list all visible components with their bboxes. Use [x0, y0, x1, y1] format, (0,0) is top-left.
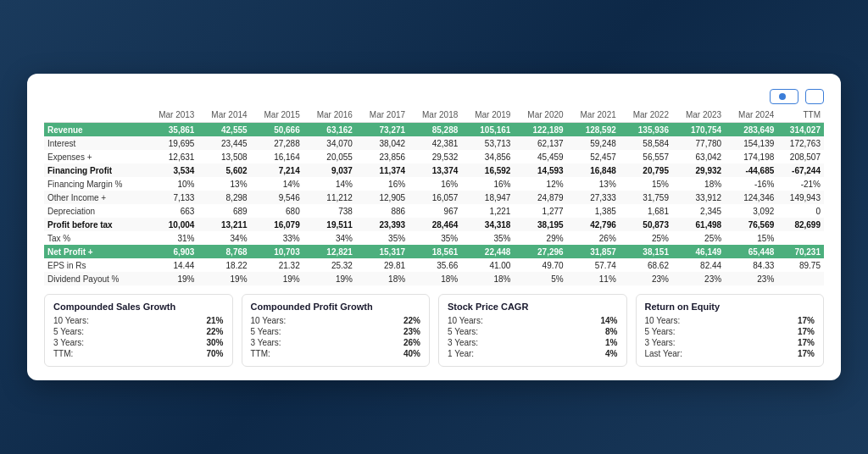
- footer-row-value: 30%: [206, 338, 223, 347]
- cell-value: 12,821: [303, 245, 356, 258]
- cell-value: 21.32: [251, 258, 303, 272]
- cell-value: 122,189: [514, 123, 566, 137]
- cell-value: 1,221: [461, 204, 514, 218]
- footer-row-label: 5 Years:: [448, 327, 478, 336]
- cell-value: 24,879: [514, 191, 566, 204]
- cell-value: 12,905: [356, 191, 409, 204]
- cell-value: 16%: [356, 177, 409, 191]
- cell-value: 154,139: [725, 136, 777, 150]
- cell-value: -16%: [725, 177, 777, 191]
- table-row: EPS in Rs14.4418.2221.3225.3229.8135.664…: [44, 258, 824, 272]
- card-header: [44, 89, 824, 104]
- cell-value: 70,231: [777, 245, 824, 258]
- cell-value: 15%: [725, 231, 777, 245]
- footer-box-title: Stock Price CAGR: [448, 302, 618, 312]
- footer-box-title: Compounded Profit Growth: [251, 302, 421, 312]
- footer-row-label: 5 Years:: [251, 327, 281, 336]
- table-row: Revenue35,86142,55550,66663,16273,27185,…: [44, 123, 824, 137]
- cell-value: 50,873: [620, 218, 672, 231]
- footer-row-value: 17%: [798, 338, 815, 347]
- footer-row-value: 14%: [600, 316, 617, 325]
- col-header-TTM: TTM: [777, 108, 824, 123]
- cell-value: 18%: [672, 177, 725, 191]
- cell-value: 82,699: [777, 218, 824, 231]
- cell-value: 16,164: [251, 150, 303, 163]
- cell-value: 33,912: [672, 191, 725, 204]
- cell-value: 29%: [514, 231, 566, 245]
- cell-value: 53,713: [461, 136, 514, 150]
- cell-value: 14,593: [514, 163, 566, 177]
- cell-value: -44,685: [725, 163, 777, 177]
- cell-value: 967: [409, 204, 461, 218]
- footer-row-label: 3 Years:: [53, 338, 84, 347]
- cell-value: 13%: [198, 177, 250, 191]
- footer-row-label: 10 Years:: [251, 316, 287, 325]
- cell-value: 38,042: [356, 136, 409, 150]
- cell-value: 23,445: [198, 136, 250, 150]
- cell-value: 62,137: [514, 136, 566, 150]
- cell-value: 41.00: [461, 258, 514, 272]
- party-icon: [779, 93, 786, 100]
- cell-value: 208,507: [777, 150, 824, 163]
- cell-value: 105,161: [461, 123, 514, 137]
- footer-row-value: 26%: [403, 338, 420, 347]
- cell-value: 34,318: [461, 218, 514, 231]
- cell-value: 27,296: [514, 245, 566, 258]
- table-row: Financing Profit3,5345,6027,2149,03711,3…: [44, 163, 824, 177]
- cell-value: 18%: [461, 272, 514, 285]
- table-row: Expenses +12,63113,50816,16420,05523,856…: [44, 150, 824, 163]
- cell-value: 738: [303, 204, 356, 218]
- table-row: Financing Margin %10%13%14%14%16%16%16%1…: [44, 177, 824, 191]
- col-header-Mar2019: Mar 2019: [461, 108, 514, 123]
- cell-value: 31%: [145, 231, 198, 245]
- cell-value: 57.74: [567, 258, 620, 272]
- table-row: Tax %31%34%33%34%35%35%35%29%26%25%25%15…: [44, 231, 824, 245]
- product-segments-button[interactable]: [805, 89, 824, 104]
- cell-value: 38,151: [620, 245, 672, 258]
- cell-value: 27,288: [251, 136, 303, 150]
- cell-value: 23%: [672, 272, 725, 285]
- cell-value: 35%: [461, 231, 514, 245]
- financials-table: Mar 2013Mar 2014Mar 2015Mar 2016Mar 2017…: [44, 108, 824, 285]
- row-label: Financing Margin %: [44, 177, 145, 191]
- cell-value: 1,385: [567, 204, 620, 218]
- cell-value: 45,459: [514, 150, 566, 163]
- cell-value: 77,780: [672, 136, 725, 150]
- footer-row-label: 5 Years:: [645, 327, 676, 336]
- cell-value: 31,759: [620, 191, 672, 204]
- cell-value: 23%: [725, 272, 777, 285]
- cell-value: 16%: [461, 177, 514, 191]
- cell-value: 680: [251, 204, 303, 218]
- footer-box-2: Stock Price CAGR10 Years:14%5 Years:8%3 …: [438, 294, 627, 367]
- footer-row-value: 17%: [798, 316, 815, 325]
- cell-value: 29,532: [409, 150, 461, 163]
- cell-value: [777, 272, 824, 285]
- footer-row-value: 4%: [605, 349, 617, 358]
- cell-value: 9,546: [251, 191, 303, 204]
- footer-data-row: 5 Years:23%: [251, 326, 421, 337]
- col-header-Mar2016: Mar 2016: [303, 108, 356, 123]
- footer-row-value: 8%: [605, 327, 617, 336]
- cell-value: 12%: [514, 177, 566, 191]
- cell-value: 20,795: [620, 163, 672, 177]
- footer-row-label: 10 Years:: [448, 316, 483, 325]
- col-header-Mar2023: Mar 2023: [672, 108, 725, 123]
- row-label: Expenses +: [44, 150, 145, 163]
- cell-value: 19%: [251, 272, 303, 285]
- cell-value: 5%: [514, 272, 566, 285]
- cell-value: 2,345: [672, 204, 725, 218]
- footer-row-label: 3 Years:: [251, 338, 281, 347]
- cell-value: 25%: [620, 231, 672, 245]
- cell-value: 84.33: [725, 258, 777, 272]
- col-header-label: [44, 108, 145, 123]
- col-header-Mar2013: Mar 2013: [145, 108, 198, 123]
- table-row: Dividend Payout %19%19%19%19%18%18%18%5%…: [44, 272, 824, 285]
- cell-value: 42,381: [409, 136, 461, 150]
- related-party-button[interactable]: [770, 89, 798, 104]
- cell-value: 35.66: [409, 258, 461, 272]
- cell-value: 29,932: [672, 163, 725, 177]
- cell-value: 886: [356, 204, 409, 218]
- cell-value: 10%: [145, 177, 198, 191]
- cell-value: 23,856: [356, 150, 409, 163]
- row-label: Revenue: [44, 123, 145, 137]
